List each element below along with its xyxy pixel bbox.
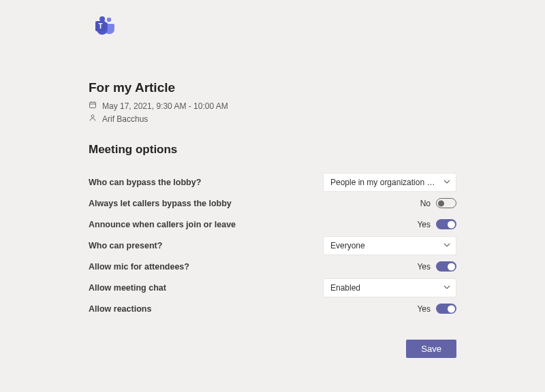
meeting-chat-label: Allow meeting chat xyxy=(89,283,166,293)
svg-point-0 xyxy=(107,18,111,22)
svg-rect-4 xyxy=(90,102,96,108)
allow-mic-label: Allow mic for attendees? xyxy=(89,262,189,272)
calendar-icon xyxy=(89,101,97,111)
announce-label: Announce when callers join or leave xyxy=(89,220,236,229)
teams-logo-icon: T xyxy=(93,16,456,39)
allow-reactions-label: Allow reactions xyxy=(89,304,151,314)
callers-bypass-toggle[interactable] xyxy=(436,198,456,208)
who-present-label: Who can present? xyxy=(89,241,162,250)
meeting-organizer-row: Arif Bacchus xyxy=(89,114,456,124)
allow-mic-toggle[interactable] xyxy=(436,261,456,272)
svg-point-8 xyxy=(91,115,94,118)
bypass-lobby-label: Who can bypass the lobby? xyxy=(89,178,201,187)
section-title: Meeting options xyxy=(89,143,456,157)
chevron-down-icon xyxy=(443,241,450,250)
announce-toggle[interactable] xyxy=(436,219,456,229)
allow-reactions-state: Yes xyxy=(417,304,431,314)
person-icon xyxy=(89,114,97,124)
meeting-title: For my Article xyxy=(89,80,456,95)
allow-mic-state: Yes xyxy=(417,262,431,272)
announce-state: Yes xyxy=(417,220,431,229)
callers-bypass-label: Always let callers bypass the lobby xyxy=(89,199,232,208)
who-present-select[interactable]: Everyone xyxy=(323,236,456,255)
chevron-down-icon xyxy=(443,178,450,187)
allow-reactions-toggle[interactable] xyxy=(436,304,456,314)
svg-text:T: T xyxy=(98,22,102,30)
svg-point-1 xyxy=(99,16,105,22)
meeting-datetime: May 17, 2021, 9:30 AM - 10:00 AM xyxy=(102,101,228,111)
meeting-organizer: Arif Bacchus xyxy=(102,114,148,124)
meeting-chat-select[interactable]: Enabled xyxy=(323,278,456,297)
bypass-lobby-select[interactable]: People in my organization and gu... xyxy=(323,173,456,192)
chevron-down-icon xyxy=(443,283,450,293)
save-button[interactable]: Save xyxy=(406,340,456,358)
callers-bypass-state: No xyxy=(420,199,431,208)
meeting-datetime-row: May 17, 2021, 9:30 AM - 10:00 AM xyxy=(89,101,456,111)
